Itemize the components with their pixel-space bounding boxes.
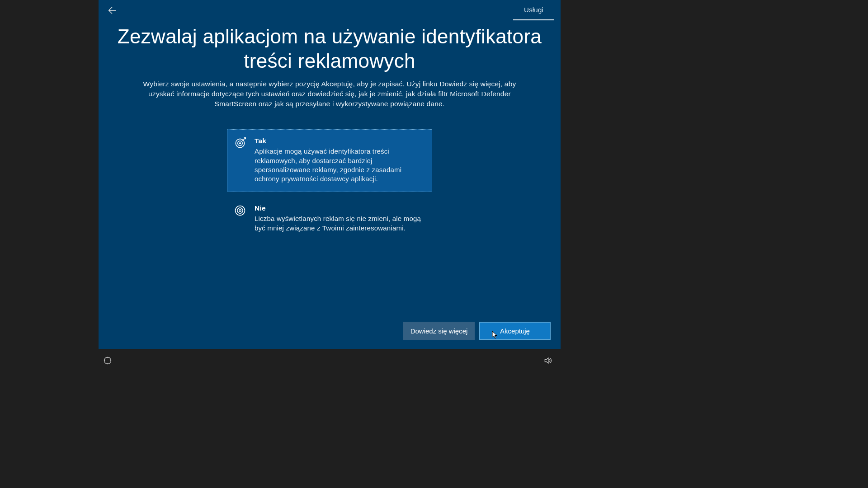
learn-more-button[interactable]: Dowiedz się więcej [403,322,475,340]
accept-label: Akceptuję [500,327,530,335]
top-bar: Usługi [99,0,561,20]
svg-point-6 [104,357,111,364]
target-icon [234,137,246,183]
option-no-desc: Liczba wyświetlanych reklam się nie zmie… [255,214,424,233]
ease-of-access-button[interactable] [102,355,113,366]
option-yes-title: Tak [255,137,424,145]
svg-point-4 [237,208,243,213]
tab-area: Usługi [513,0,554,20]
svg-point-3 [236,206,245,216]
option-no[interactable]: Nie Liczba wyświetlanych reklam się nie … [227,197,432,241]
option-yes-desc: Aplikacje mogą używać identyfikatora tre… [255,147,424,183]
setup-stage: Usługi Zezwalaj aplikacjom na używanie i… [99,0,561,349]
accept-button[interactable]: Akceptuję [479,322,551,340]
cursor-icon [492,331,497,339]
option-list: Tak Aplikacje mogą używać identyfikatora… [227,129,432,241]
content-area: Zezwalaj aplikacjom na używanie identyfi… [99,22,561,322]
sound-button[interactable] [542,355,553,366]
footer-buttons: Dowiedz się więcej Akceptuję [403,322,551,340]
page-title: Zezwalaj aplikacjom na używanie identyfi… [111,24,548,73]
accessibility-icon [103,356,112,365]
svg-point-2 [240,143,241,144]
back-button[interactable] [105,3,119,18]
tab-services[interactable]: Usługi [513,0,554,20]
option-yes[interactable]: Tak Aplikacje mogą używać identyfikatora… [227,129,432,192]
arrow-left-icon [107,5,117,15]
svg-point-5 [239,210,241,211]
circles-icon [234,204,246,233]
page-subtitle: Wybierz swoje ustawienia, a następnie wy… [135,79,524,108]
tab-label: Usługi [524,6,543,14]
option-no-title: Nie [255,204,424,212]
speaker-icon [543,356,552,365]
learn-more-label: Dowiedz się więcej [410,327,468,335]
